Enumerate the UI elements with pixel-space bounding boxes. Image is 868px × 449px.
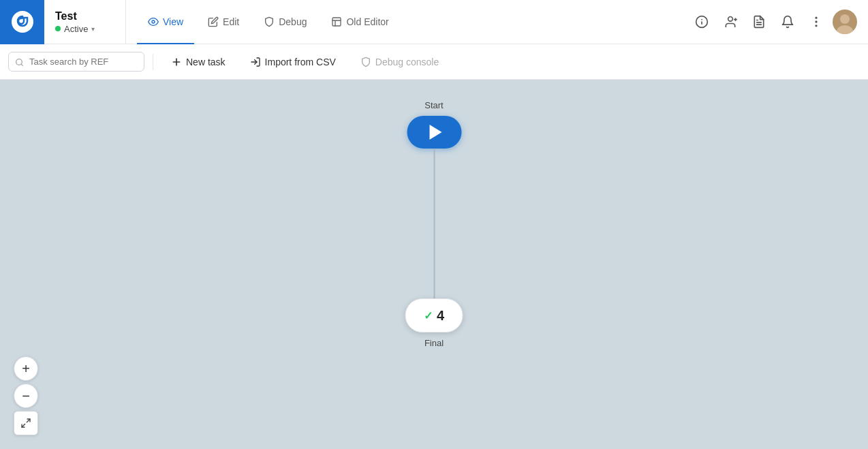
old-editor-icon <box>331 16 342 27</box>
search-input[interactable] <box>8 52 144 72</box>
connector-line <box>433 149 435 298</box>
check-icon: ✓ <box>424 309 433 322</box>
svg-point-14 <box>816 25 817 27</box>
fit-icon <box>20 418 31 429</box>
svg-point-13 <box>816 21 817 22</box>
debug-console-label: Debug console <box>375 57 439 67</box>
toolbar: New task Import from CSV Debug console <box>0 44 868 80</box>
search-icon <box>15 57 24 67</box>
add-user-button[interactable] <box>718 10 743 34</box>
toolbar-divider <box>153 54 153 70</box>
tab-old-editor-label: Old Editor <box>346 16 388 27</box>
final-label: Final <box>424 338 444 348</box>
flow-canvas: Start ✓ 4 Final + − <box>0 80 868 449</box>
svg-point-12 <box>816 17 817 18</box>
status-dot <box>55 26 61 31</box>
start-label: Start <box>424 100 443 110</box>
final-count: 4 <box>437 308 444 324</box>
plus-icon <box>171 56 182 68</box>
status-label: Active <box>64 24 88 34</box>
import-label: Import from CSV <box>265 57 336 67</box>
tab-debug[interactable]: Debug <box>253 1 317 44</box>
header: Test Active ▾ View Edit Debug <box>0 0 868 44</box>
svg-point-7 <box>728 17 733 22</box>
header-actions <box>679 10 868 34</box>
tab-view[interactable]: View <box>137 1 194 44</box>
eye-icon <box>148 16 159 27</box>
logo-area <box>0 0 44 44</box>
svg-line-23 <box>27 419 30 422</box>
more-button[interactable] <box>804 10 828 34</box>
app-logo <box>12 11 33 33</box>
final-node[interactable]: ✓ 4 <box>405 298 463 332</box>
console-icon <box>360 56 371 68</box>
new-task-label: New task <box>186 57 226 67</box>
more-vertical-icon <box>809 15 823 29</box>
svg-point-1 <box>21 16 24 19</box>
zoom-out-button[interactable]: − <box>14 384 38 408</box>
info-icon <box>695 15 709 29</box>
chevron-down-icon: ▾ <box>91 25 95 33</box>
svg-point-2 <box>152 20 155 23</box>
svg-point-16 <box>840 14 850 24</box>
tab-debug-label: Debug <box>279 16 307 27</box>
search-input-wrap <box>8 52 144 72</box>
add-user-icon <box>724 15 737 29</box>
zoom-controls: + − <box>14 356 38 435</box>
notes-button[interactable] <box>747 10 771 34</box>
zoom-in-button[interactable]: + <box>14 356 38 381</box>
import-button[interactable]: Import from CSV <box>241 52 345 72</box>
info-button[interactable] <box>689 10 714 34</box>
svg-line-19 <box>21 64 22 65</box>
tab-edit-label: Edit <box>223 16 239 27</box>
import-icon <box>250 56 261 68</box>
play-icon <box>429 125 441 140</box>
app-title: Test <box>55 10 114 22</box>
avatar[interactable] <box>833 10 857 34</box>
svg-line-24 <box>22 424 25 427</box>
tab-old-editor[interactable]: Old Editor <box>320 1 399 44</box>
fit-button[interactable] <box>14 411 38 435</box>
tab-view-label: View <box>163 16 183 27</box>
app-title-area: Test Active ▾ <box>44 0 126 44</box>
status-badge[interactable]: Active ▾ <box>55 24 114 34</box>
debug-console-button[interactable]: Debug console <box>351 52 448 72</box>
notes-icon <box>752 15 766 29</box>
flow-container: Start ✓ 4 Final <box>405 80 463 348</box>
bell-icon <box>781 15 794 29</box>
new-task-button[interactable]: New task <box>161 52 235 72</box>
svg-rect-3 <box>332 18 341 26</box>
edit-icon <box>208 16 219 27</box>
debug-icon <box>264 16 275 27</box>
start-node[interactable] <box>407 116 461 149</box>
nav-tabs: View Edit Debug Old Editor <box>126 0 679 44</box>
tab-edit[interactable]: Edit <box>197 1 250 44</box>
bell-button[interactable] <box>775 10 800 34</box>
